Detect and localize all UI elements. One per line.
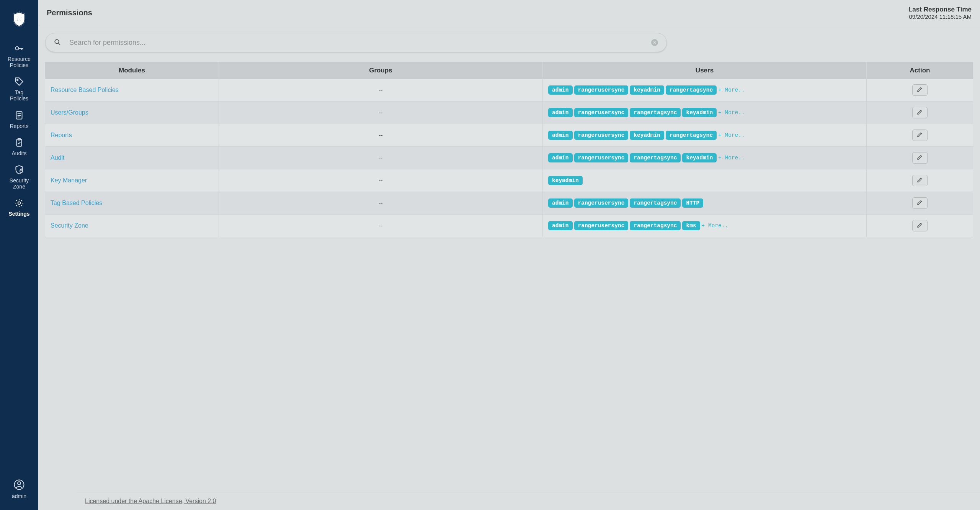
- edit-button[interactable]: [912, 175, 928, 186]
- more-users-link[interactable]: + More..: [718, 110, 745, 116]
- user-badge[interactable]: rangerusersync: [574, 221, 629, 230]
- more-users-link[interactable]: + More..: [718, 87, 745, 93]
- edit-icon: [916, 199, 924, 207]
- page-title: Permissions: [47, 8, 92, 17]
- topbar: Permissions Last Response Time 09/20/202…: [38, 0, 980, 26]
- user-badge[interactable]: admin: [548, 221, 573, 230]
- users-cell: adminrangerusersynckeyadminrangertagsync…: [543, 124, 867, 147]
- clipboard-icon: [13, 138, 25, 150]
- user-badge[interactable]: keyadmin: [682, 108, 717, 117]
- user-badge[interactable]: rangerusersync: [574, 85, 629, 95]
- action-cell: [867, 79, 973, 102]
- sidebar-item-security-zone[interactable]: Security Zone: [0, 161, 38, 194]
- users-cell: adminrangerusersyncrangertagsynckeyadmin…: [543, 147, 867, 169]
- sidebar-item-tag-policies[interactable]: Tag Policies: [0, 73, 38, 106]
- more-users-link[interactable]: + More..: [718, 132, 745, 138]
- edit-icon: [916, 176, 924, 185]
- user-badge[interactable]: keyadmin: [630, 131, 664, 140]
- svg-line-4: [58, 43, 60, 45]
- table-row: Tag Based Policies--adminrangerusersyncr…: [45, 192, 973, 215]
- user-badge[interactable]: HTTP: [682, 198, 703, 208]
- table-row: Resource Based Policies--adminrangeruser…: [45, 79, 973, 102]
- user-badge[interactable]: admin: [548, 198, 573, 208]
- user-icon: [13, 479, 25, 493]
- nav-list: Resource PoliciesTag PoliciesReportsAudi…: [0, 39, 38, 221]
- user-badge[interactable]: keyadmin: [682, 153, 717, 162]
- edit-button[interactable]: [912, 220, 928, 231]
- svg-point-3: [55, 39, 59, 44]
- edit-button[interactable]: [912, 152, 928, 164]
- groups-cell: --: [219, 147, 543, 169]
- user-badge[interactable]: rangerusersync: [574, 131, 629, 140]
- edit-button[interactable]: [912, 130, 928, 141]
- sidebar-item-settings[interactable]: Settings: [0, 194, 38, 221]
- user-badge[interactable]: rangertagsync: [666, 85, 717, 95]
- edit-icon: [916, 221, 924, 230]
- users-cell: adminrangerusersyncrangertagsynckms+ Mor…: [543, 215, 867, 237]
- user-badge[interactable]: rangertagsync: [630, 153, 681, 162]
- user-badge[interactable]: rangertagsync: [630, 221, 681, 230]
- users-cell: adminrangerusersyncrangertagsynckeyadmin…: [543, 102, 867, 124]
- edit-button[interactable]: [912, 84, 928, 96]
- groups-cell: --: [219, 79, 543, 102]
- clear-search-icon[interactable]: [651, 39, 658, 46]
- edit-icon: [916, 86, 924, 94]
- edit-icon: [916, 108, 924, 117]
- search-icon: [54, 39, 61, 47]
- user-badge[interactable]: admin: [548, 85, 573, 95]
- col-modules: Modules: [45, 62, 219, 79]
- table-row: Security Zone--adminrangerusersyncranger…: [45, 215, 973, 237]
- user-badge[interactable]: rangertagsync: [666, 131, 717, 140]
- app-logo[interactable]: R: [11, 11, 28, 29]
- user-badge[interactable]: rangerusersync: [574, 153, 629, 162]
- edit-icon: [916, 131, 924, 139]
- license-link[interactable]: Licensed under the Apache License, Versi…: [85, 498, 216, 504]
- users-cell: keyadmin: [543, 169, 867, 192]
- sidebar-item-label: Reports: [10, 123, 28, 129]
- main: Permissions Last Response Time 09/20/202…: [38, 0, 980, 510]
- groups-cell: --: [219, 124, 543, 147]
- user-badge[interactable]: rangerusersync: [574, 198, 629, 208]
- gear-icon: [13, 198, 25, 211]
- table-row: Key Manager--keyadmin: [45, 169, 973, 192]
- user-badge[interactable]: admin: [548, 131, 573, 140]
- user-badge[interactable]: keyadmin: [548, 176, 583, 185]
- action-cell: [867, 215, 973, 237]
- sidebar-item-label: Audits: [12, 150, 27, 156]
- user-badge[interactable]: keyadmin: [630, 85, 664, 95]
- more-users-link[interactable]: + More..: [702, 223, 728, 229]
- user-menu[interactable]: admin: [12, 479, 26, 510]
- edit-button[interactable]: [912, 107, 928, 118]
- module-link[interactable]: Security Zone: [51, 222, 88, 229]
- key-icon: [13, 43, 25, 56]
- sidebar-item-label: Resource Policies: [8, 56, 31, 68]
- user-badge[interactable]: admin: [548, 108, 573, 117]
- edit-button[interactable]: [912, 197, 928, 209]
- permissions-table-body: Resource Based Policies--adminrangeruser…: [45, 79, 973, 237]
- user-badge[interactable]: kms: [682, 221, 700, 230]
- user-badge[interactable]: rangerusersync: [574, 108, 629, 117]
- user-badge[interactable]: admin: [548, 153, 573, 162]
- svg-text:R: R: [16, 15, 22, 23]
- groups-cell: --: [219, 169, 543, 192]
- module-link[interactable]: Reports: [51, 132, 72, 138]
- sidebar-item-label: Security Zone: [10, 177, 29, 190]
- col-groups: Groups: [219, 62, 543, 79]
- permissions-table: Modules Groups Users Action Resource Bas…: [45, 62, 973, 237]
- user-badge[interactable]: rangertagsync: [630, 198, 681, 208]
- user-badge[interactable]: rangertagsync: [630, 108, 681, 117]
- last-response-value: 09/20/2024 11:18:15 AM: [908, 13, 972, 20]
- content: Modules Groups Users Action Resource Bas…: [38, 26, 980, 510]
- sidebar-item-audits[interactable]: Audits: [0, 134, 38, 161]
- action-cell: [867, 192, 973, 215]
- module-link[interactable]: Key Manager: [51, 177, 87, 184]
- report-icon: [13, 110, 25, 123]
- module-link[interactable]: Tag Based Policies: [51, 200, 102, 206]
- sidebar-item-resource-policies[interactable]: Resource Policies: [0, 39, 38, 73]
- more-users-link[interactable]: + More..: [718, 155, 745, 161]
- sidebar-item-reports[interactable]: Reports: [0, 107, 38, 134]
- search-input[interactable]: [69, 39, 643, 47]
- module-link[interactable]: Audit: [51, 154, 64, 161]
- module-link[interactable]: Resource Based Policies: [51, 87, 119, 93]
- module-link[interactable]: Users/Groups: [51, 109, 88, 116]
